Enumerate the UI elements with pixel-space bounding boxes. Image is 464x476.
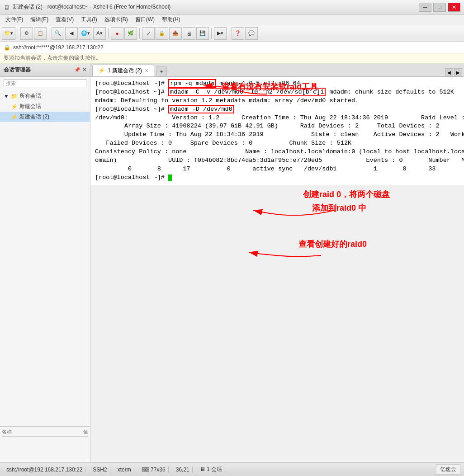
term-line-16: Update Time : Thu Aug 22 18:34:36 2019 xyxy=(102,131,263,138)
term-line-24 xyxy=(355,140,359,146)
toolbar-btn9[interactable]: ⤢ xyxy=(142,27,155,40)
sidebar-bottom: 名称 值 xyxy=(0,426,90,462)
lock-icon: 🔒 xyxy=(4,44,10,51)
app-icon: 🖥 xyxy=(4,4,10,11)
title-text: 新建会话 (2) - root@localhost:~ - Xshell 6 (… xyxy=(13,3,419,11)
close-button[interactable]: ✕ xyxy=(448,3,460,12)
term-line-22 xyxy=(256,140,260,146)
status-right: 亿速云 xyxy=(436,464,460,475)
tab-nav-left[interactable]: ◀ xyxy=(445,68,453,76)
status-pos: 36,21 xyxy=(173,467,193,473)
toolbar-btn15[interactable]: ❓ xyxy=(232,27,244,40)
title-bar: 🖥 新建会话 (2) - root@localhost:~ - Xshell 6… xyxy=(0,0,464,14)
toolbar-btn16[interactable]: 💬 xyxy=(245,27,258,40)
sidebar-header-icons: 📌 ✕ xyxy=(74,67,86,73)
toolbar-btn13[interactable]: 💾 xyxy=(196,27,209,40)
right-panel: ⚡ 1 新建会话 (2) ✕ + ◀ ▶ 查看有没有安装软raid工具 xyxy=(90,63,464,462)
term-line-27: Name : localhost.localdomain:0 (local to… xyxy=(198,148,464,155)
pin-icon[interactable]: 📌 xyxy=(74,67,80,73)
tab-nav-right[interactable]: ▶ xyxy=(454,68,462,76)
menu-edit[interactable]: 编辑(E) xyxy=(27,15,52,24)
prompt-6: [root@localhost ~]# xyxy=(95,106,168,113)
toolbar-btn4[interactable]: ◀ xyxy=(65,27,78,40)
sidebar-item-session1[interactable]: ⚡ 新建会话 xyxy=(0,101,90,112)
prompt-2: [root@localhost ~]# xyxy=(95,89,168,95)
new-tab-button[interactable]: + xyxy=(156,66,167,76)
tab-label: 1 新建会话 (2) xyxy=(108,67,142,75)
sidebar-item-label-2: 新建会话 (2) xyxy=(19,113,49,121)
term-line-29: UUID : f0b4b082:8bc74da5:3d1af95c:e7720e… xyxy=(121,157,322,164)
col-value: 值 xyxy=(83,429,88,435)
annotation-4: 查看创建好的raid0 xyxy=(298,239,367,250)
term-line-10: Raid Level : raid0 xyxy=(392,114,464,121)
toolbar-btn12[interactable]: 🖨 xyxy=(183,27,195,40)
terminal-wrapper: 查看有没有安装软raid工具 创建raid 0，将两个磁盘 添加到raid0 中 xyxy=(90,77,464,462)
prompt-0: [root@localhost ~]# xyxy=(95,80,168,87)
sidebar-header: 会话管理器 📌 ✕ xyxy=(0,63,90,77)
sidebar-search[interactable] xyxy=(4,79,86,87)
menu-file[interactable]: 文件(F) xyxy=(2,15,27,24)
annotation-2: 创建raid 0，将两个磁盘 xyxy=(303,189,390,200)
status-ssh-version: SSH2 xyxy=(90,467,110,473)
menu-view[interactable]: 查看(V) xyxy=(52,15,77,24)
term-line-19: Working Devices : 2 xyxy=(443,131,464,138)
toolbar-btn8[interactable]: 🌿 xyxy=(124,27,137,40)
toolbar-btn3[interactable]: 🔍 xyxy=(52,27,64,40)
terminal[interactable]: [root@localhost ~]# rpm -q mdadm mdadm-4… xyxy=(90,77,464,185)
term-line-9: Creation Time : Thu Aug 22 18:34:36 2019 xyxy=(223,114,388,121)
address-text: ssh://root:******@192.168.217.130:22 xyxy=(13,44,104,51)
toolbar-btn1[interactable]: ⚙ xyxy=(20,27,33,40)
term-line-8: Version : 1.2 xyxy=(132,114,219,121)
status-xterm: xterm xyxy=(115,467,134,473)
sidebar: 会话管理器 📌 ✕ ▼ 📁 所有会话 ⚡ 新建会话 ⚡ 新建会话 (2) xyxy=(0,63,90,462)
term-line-26 xyxy=(190,148,194,155)
terminal-cursor xyxy=(168,174,172,181)
sidebar-item-label: 所有会话 xyxy=(19,92,41,100)
term-line-4: mdadm: Defaulting to version 1.2 metadat… xyxy=(95,97,245,104)
folder-icon: 📁 xyxy=(11,93,18,99)
tab-icon: ⚡ xyxy=(98,67,105,74)
cmd-box-6: mdadm -D /dev/md0 xyxy=(168,105,234,113)
status-bar: ssh://root@192.168.217.130:22 SSH2 xterm… xyxy=(0,462,464,476)
term-line-34: 1 8 33 1 active sync /dev/sdc1 xyxy=(341,165,464,172)
status-ssh-address: ssh://root@192.168.217.130:22 xyxy=(4,467,85,473)
tab-navigation: ◀ ▶ xyxy=(445,68,462,76)
toolbar-btn7[interactable]: ● xyxy=(111,27,123,40)
close-sidebar-icon[interactable]: ✕ xyxy=(82,67,86,73)
sidebar-item-label-1: 新建会话 xyxy=(19,103,41,110)
main-area: 会话管理器 📌 ✕ ▼ 📁 所有会话 ⚡ 新建会话 ⚡ 新建会话 (2) xyxy=(0,63,464,462)
toolbar-new[interactable]: 📁▾ xyxy=(2,27,15,40)
menu-help[interactable]: 帮助(H) xyxy=(158,15,184,24)
sidebar-title: 会话管理器 xyxy=(4,66,31,74)
term-line-13: Total Devices : 2 xyxy=(362,123,439,129)
toolbar-btn2[interactable]: 📋 xyxy=(34,27,47,40)
term-line-18: Active Devices : 2 xyxy=(362,131,439,138)
term-line-20: Failed Devices : 0 xyxy=(95,140,172,146)
minimize-button[interactable]: ─ xyxy=(419,3,431,12)
tab-bar: ⚡ 1 新建会话 (2) ✕ + ◀ ▶ xyxy=(90,63,464,77)
toolbar-btn11[interactable]: 📤 xyxy=(169,27,182,40)
term-line-23: Chunk Size : 512K xyxy=(264,140,351,146)
toolbar-btn5[interactable]: 🌐▾ xyxy=(79,27,92,40)
toolbar-btn14[interactable]: ▶▾ xyxy=(214,27,227,40)
status-cols: ⌨ 77x36 xyxy=(139,467,169,473)
term-line-14: Persistence : Superblock is persistent xyxy=(443,123,464,129)
tab-session2[interactable]: ⚡ 1 新建会话 (2) ✕ xyxy=(92,65,154,76)
term-line-28: omain) xyxy=(95,157,117,164)
toolbar-btn6[interactable]: A▾ xyxy=(93,27,106,40)
menu-window[interactable]: 窗口(W) xyxy=(132,15,158,24)
annotation-3: 添加到raid0 中 xyxy=(312,203,366,213)
menu-tools[interactable]: 工具(I) xyxy=(77,15,100,24)
term-line-5: mdadm: array /dev/md0 started. xyxy=(249,97,359,104)
status-cloud: 亿速云 xyxy=(436,464,460,475)
sidebar-item-all-sessions[interactable]: ▼ 📁 所有会话 xyxy=(0,91,90,101)
sidebar-item-session2[interactable]: ⚡ 新建会话 (2) xyxy=(0,112,90,122)
tab-close-icon[interactable]: ✕ xyxy=(145,68,148,73)
toolbar-btn10[interactable]: 🔒 xyxy=(156,27,168,40)
term-line-2: [root@localhost ~]# mdadm -C -v /dev/md0… xyxy=(95,88,326,96)
menu-tabs[interactable]: 选项卡(B) xyxy=(101,15,132,24)
term-line-1: mdadm-4.0-5.el7.x86_64 xyxy=(219,80,300,87)
window-controls: ─ □ ✕ xyxy=(419,3,460,12)
term-line-15 xyxy=(95,131,99,138)
maximize-button[interactable]: □ xyxy=(433,3,446,12)
